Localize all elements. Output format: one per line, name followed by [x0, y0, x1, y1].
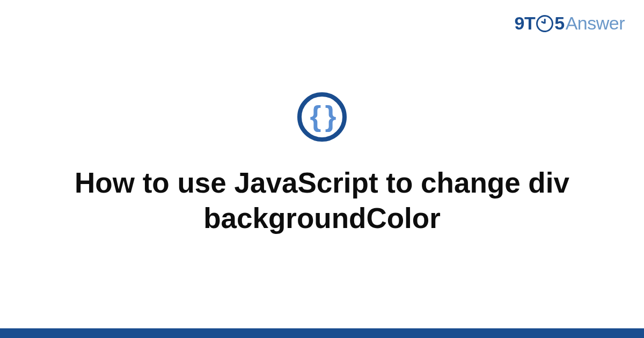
page-title: How to use JavaScript to change div back… [59, 165, 585, 237]
braces-glyph: { } [310, 101, 334, 130]
main-content: { } How to use JavaScript to change div … [0, 0, 644, 328]
bottom-accent-bar [0, 328, 644, 338]
code-braces-icon: { } [297, 92, 347, 142]
